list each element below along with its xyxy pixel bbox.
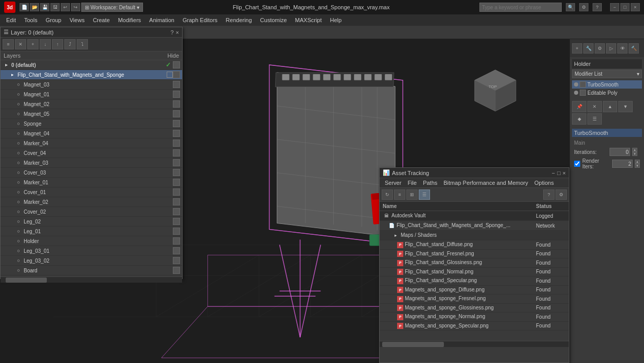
layers-help-btn[interactable]: ? xyxy=(170,29,173,36)
modify-panel-icon[interactable]: 🔧 xyxy=(583,43,594,54)
layer-item-leg_02[interactable]: ○Leg_02 xyxy=(1,217,182,227)
layer-item-cover_03[interactable]: ○Cover_03 xyxy=(1,168,182,178)
asset-menu-bitmap[interactable]: Bitmap Performance and Memory xyxy=(440,179,531,186)
asset-row-8[interactable]: PMagnets_and_sponge_Diffuse.pngFound xyxy=(380,285,569,295)
remove-mod-btn[interactable]: ✕ xyxy=(587,101,602,112)
layers-toolbar-btn5[interactable]: ↑ xyxy=(52,39,63,49)
save-file-icon[interactable]: 💾 xyxy=(40,3,49,11)
asset-minimize-btn[interactable]: − xyxy=(551,170,554,176)
asset-row-9[interactable]: PMagnets_and_sponge_Fresnel.pngFound xyxy=(380,295,569,304)
asset-menu-server[interactable]: Server xyxy=(382,179,404,186)
workspace-selector[interactable]: ⊞ Workspace: Default ▾ xyxy=(81,3,143,12)
layers-toolbar-btn2[interactable]: ✕ xyxy=(15,39,26,49)
layer-item-flip_chart[interactable]: ▸Flip_Chart_Stand_with_Magnets_and_Spong… xyxy=(1,70,182,80)
layers-toolbar-btn6[interactable]: ⤴ xyxy=(64,39,76,49)
asset-col-name[interactable]: Name xyxy=(380,202,533,211)
search-icon[interactable]: 🔍 xyxy=(566,3,575,11)
render-iters-checkbox[interactable] xyxy=(574,161,580,167)
layers-toolbar-btn4[interactable]: ↓ xyxy=(40,39,51,49)
layers-h-scrollbar[interactable] xyxy=(1,276,182,283)
modifier-editable-poly[interactable]: Editable Poly xyxy=(572,89,642,97)
asset-maximize-btn[interactable]: □ xyxy=(557,170,561,176)
menu-customize[interactable]: Customize xyxy=(256,16,291,24)
ri-down-arrow[interactable]: ▼ xyxy=(635,164,640,168)
layer-item-magnet_03[interactable]: ○Magnet_03 xyxy=(1,80,182,90)
layer-item-cover_02[interactable]: ○Cover_02 xyxy=(1,207,182,217)
new-file-icon[interactable]: 📄 xyxy=(20,3,29,11)
layer-item-cover_04[interactable]: ○Cover_04 xyxy=(1,148,182,158)
menu-edit[interactable]: Edit xyxy=(2,16,20,24)
layer-item-leg_03_01[interactable]: ○Leg_03_01 xyxy=(1,246,182,256)
close-button[interactable]: × xyxy=(631,3,640,11)
settings-icon[interactable]: ⚙ xyxy=(579,3,588,11)
layers-toolbar-btn7[interactable]: ⤵ xyxy=(77,39,88,49)
iter-down-arrow[interactable]: ▼ xyxy=(632,152,637,156)
asset-h-scrollbar[interactable] xyxy=(380,341,569,347)
layer-item-magnet_01[interactable]: ○Magnet_01 xyxy=(1,90,182,99)
asset-row-11[interactable]: PMagnets_and_sponge_Normal.pngFound xyxy=(380,313,569,322)
menu-graph-editors[interactable]: Graph Editors xyxy=(178,16,222,24)
move-up-btn[interactable]: ▲ xyxy=(603,101,617,112)
layer-item-magnet_04[interactable]: ○Magnet_04 xyxy=(1,129,182,139)
maximize-button[interactable]: □ xyxy=(620,3,630,11)
motion-panel-icon[interactable]: ▷ xyxy=(606,43,616,54)
modifier-list-selector[interactable]: Modifier List ▾ xyxy=(572,70,642,78)
display-panel-icon[interactable]: 👁 xyxy=(617,43,628,54)
menu-group[interactable]: Group xyxy=(42,16,66,24)
menu-animation[interactable]: Animation xyxy=(145,16,178,24)
layer-item-marker_02[interactable]: ○Marker_02 xyxy=(1,197,182,207)
redo-icon[interactable]: ↪ xyxy=(71,3,80,11)
layer-item-holder[interactable]: ○Holder xyxy=(1,236,182,246)
asset-row-1[interactable]: 📄Flip_Chart_Stand_with_Magnets_and_Spong… xyxy=(380,221,569,231)
iterations-input[interactable] xyxy=(610,148,630,156)
layer-item-default[interactable]: ▸0 (default)✓ xyxy=(1,60,182,70)
undo-icon[interactable]: ↩ xyxy=(61,3,70,11)
mod-visibility-checkbox[interactable] xyxy=(580,81,586,88)
asset-row-4[interactable]: PFlip_Chart_stand_Fresnel.pngFound xyxy=(380,249,569,258)
asset-menu-paths[interactable]: Paths xyxy=(420,179,440,186)
layer-item-marker_03[interactable]: ○Marker_03 xyxy=(1,158,182,168)
asset-scroll-area[interactable]: Name Status 🏛Autodesk VaultLogged📄Flip_C… xyxy=(380,202,569,341)
asset-menu-file[interactable]: File xyxy=(404,179,420,186)
asset-col-status[interactable]: Status xyxy=(533,202,569,211)
menu-tools[interactable]: Tools xyxy=(20,16,42,24)
asset-tb-details[interactable]: ☰ xyxy=(419,189,430,200)
layers-h-scrollbar-thumb[interactable] xyxy=(6,278,47,283)
layers-toolbar-btn3[interactable]: + xyxy=(27,39,39,49)
asset-row-10[interactable]: PMagnets_and_sponge_Glossiness.pngFound xyxy=(380,303,569,313)
layer-item-leg_03_02[interactable]: ○Leg_03_02 xyxy=(1,256,182,266)
menu-rendering[interactable]: Rendering xyxy=(222,16,256,24)
layer-item-cover_01[interactable]: ○Cover_01 xyxy=(1,187,182,197)
render-iters-input[interactable] xyxy=(612,160,633,168)
asset-h-scrollbar-thumb[interactable] xyxy=(382,342,444,347)
utilities-panel-icon[interactable]: 🔨 xyxy=(629,43,639,54)
menu-create[interactable]: Create xyxy=(88,16,114,24)
menu-views[interactable]: Views xyxy=(65,16,88,24)
layers-close-btn[interactable]: × xyxy=(176,29,179,36)
asset-row-2[interactable]: ▸Maps / Shaders xyxy=(380,231,569,240)
layer-item-leg_01[interactable]: ○Leg_01 xyxy=(1,227,182,236)
open-file-icon[interactable]: 📂 xyxy=(30,3,39,11)
menu-modifiers[interactable]: Modifiers xyxy=(114,16,145,24)
asset-row-6[interactable]: PFlip_Chart_stand_Normal.pngFound xyxy=(380,267,569,276)
hierarchy-panel-icon[interactable]: ⚙ xyxy=(595,43,605,54)
save-as-icon[interactable]: 🖫 xyxy=(50,3,60,11)
menu-help[interactable]: Help xyxy=(326,16,346,24)
asset-row-12[interactable]: PMagnets_and_sponge_Specular.pngFound xyxy=(380,321,569,331)
ri-up-arrow[interactable]: ▲ xyxy=(635,160,640,164)
menu-maxscript[interactable]: MAXScript xyxy=(291,16,326,24)
asset-row-7[interactable]: PFlip_Chart_stand_Specular.pngFound xyxy=(380,276,569,286)
asset-row-0[interactable]: 🏛Autodesk VaultLogged xyxy=(380,211,569,221)
help-icon[interactable]: ? xyxy=(593,3,602,11)
asset-tb-refresh[interactable]: ↻ xyxy=(382,189,393,200)
layer-item-magnet_02[interactable]: ○Magnet_02 xyxy=(1,99,182,109)
asset-row-5[interactable]: PFlip_Chart_stand_Glossiness.pngFound xyxy=(380,258,569,268)
layers-toolbar-btn1[interactable]: ≡ xyxy=(3,39,14,49)
layers-list[interactable]: ▸0 (default)✓▸Flip_Chart_Stand_with_Magn… xyxy=(1,60,182,276)
show-end-result-btn[interactable]: ☰ xyxy=(587,113,602,125)
create-panel-icon[interactable]: + xyxy=(572,43,582,54)
asset-menu-options[interactable]: Options xyxy=(531,179,557,186)
asset-row-3[interactable]: PFlip_Chart_stand_Diffuse.pngFound xyxy=(380,240,569,250)
minimize-button[interactable]: − xyxy=(610,3,619,11)
layer-item-marker_01[interactable]: ○Marker_01 xyxy=(1,178,182,187)
